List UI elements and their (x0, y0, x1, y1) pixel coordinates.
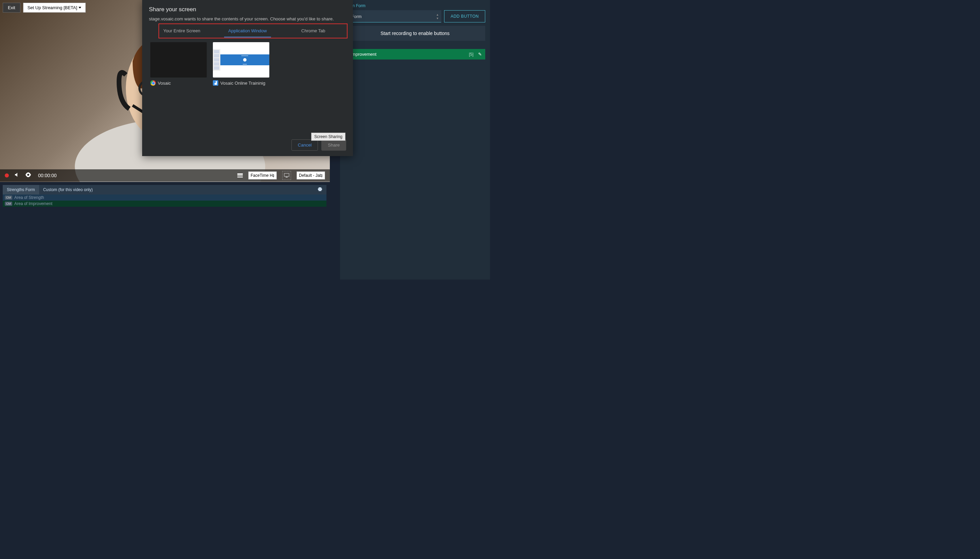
tab-chrome-tab[interactable]: Chrome Tab (281, 25, 346, 37)
screen-sharing-badge: Screen Sharing (311, 132, 345, 141)
exit-button[interactable]: Exit (3, 3, 20, 13)
caret-down-icon (79, 7, 81, 8)
tab-custom[interactable]: Custom (for this video only) (39, 185, 97, 195)
pencil-icon[interactable]: ✎ (478, 52, 482, 57)
share-screen-dialog: Share your screen stage.vosaic.com wants… (142, 0, 353, 156)
form-select[interactable]: s Form ▴▾ (345, 10, 441, 22)
recording-hint: Start recording to enable buttons (345, 26, 485, 41)
svg-rect-8 (284, 174, 289, 177)
window-thumbnail: ━━━━━━━━ (213, 42, 269, 78)
timeline-badge: CM (5, 202, 12, 206)
svg-rect-9 (286, 177, 288, 177)
dialog-subtitle: stage.vosaic.com wants to share the cont… (149, 17, 346, 22)
timeline-badge: CM (5, 195, 12, 200)
window-grid: Vosaic ━━━━━━━━ ▟ Vosaic Online Trainini… (149, 41, 346, 122)
timeline-row-label: Area of Improvement (14, 201, 52, 206)
setup-streaming-label: Set Up Streaming [BETA] (28, 5, 77, 10)
updown-icon: ▴▾ (436, 13, 438, 20)
tab-application-window[interactable]: Application Window (215, 25, 280, 37)
svg-point-7 (27, 174, 29, 176)
svg-rect-12 (319, 190, 321, 191)
updown-icon: ▴▾ (273, 174, 274, 177)
svg-rect-10 (319, 187, 321, 189)
window-option-vosaic[interactable]: Vosaic (150, 42, 207, 121)
sidebar-tags-label: gs (345, 60, 485, 66)
updown-icon: ▴▾ (321, 174, 323, 177)
layers-icon[interactable] (237, 174, 243, 177)
dialog-tabs: Your Entire Screen Application Window Ch… (149, 25, 346, 37)
add-button[interactable]: ADD BUTTON (444, 10, 485, 22)
camera-select[interactable]: FaceTime HD ▴▾ (248, 171, 277, 180)
camera-select-value: FaceTime HD (251, 173, 273, 178)
sidebar-item-count: [5] (469, 52, 473, 57)
visibility-icon[interactable] (25, 172, 31, 179)
keynote-icon: ▟ (213, 80, 218, 86)
setup-streaming-button[interactable]: Set Up Streaming [BETA] (23, 3, 86, 13)
dialog-title: Share your screen (149, 6, 346, 13)
record-button[interactable] (5, 174, 9, 177)
audio-select-value: Default - Jabi (299, 173, 321, 178)
window-label: Vosaic (158, 81, 171, 86)
window-thumbnail (150, 42, 207, 78)
share-button[interactable]: Share (321, 139, 346, 150)
timeline-row[interactable]: CM Area of Improvement (3, 201, 326, 207)
timeline-row[interactable]: CM Area of Strength (3, 195, 326, 201)
video-controls-bar: 00:00:00 FaceTime HD ▴▾ Default - Jabi ▴… (0, 169, 330, 182)
timeline-panel: Strengths Form Custom (for this video on… (3, 185, 326, 207)
print-icon[interactable] (314, 187, 326, 192)
audio-select[interactable]: Default - Jabi ▴▾ (296, 171, 325, 180)
tab-strengths-form[interactable]: Strengths Form (3, 185, 39, 195)
window-option-keynote[interactable]: ━━━━━━━━ ▟ Vosaic Online Traininig (213, 42, 269, 121)
screen-share-toggle[interactable] (282, 171, 291, 180)
chrome-icon (150, 80, 156, 86)
sidebar-tags-label: gs (345, 42, 485, 48)
timeline-row-label: Area of Strength (14, 195, 44, 200)
time-display: 00:00:00 (38, 173, 57, 178)
tab-entire-screen[interactable]: Your Entire Screen (149, 25, 215, 37)
window-label: Vosaic Online Traininig (220, 81, 265, 86)
volume-icon[interactable] (14, 172, 20, 179)
cancel-button[interactable]: Cancel (291, 139, 318, 150)
sidebar-improvement-item[interactable]: f Improvement [5] ✎ (345, 49, 485, 60)
sidebar: lutton Form s Form ▴▾ ADD BUTTON Start r… (340, 0, 490, 280)
timeline-tabs: Strengths Form Custom (for this video on… (3, 185, 326, 195)
